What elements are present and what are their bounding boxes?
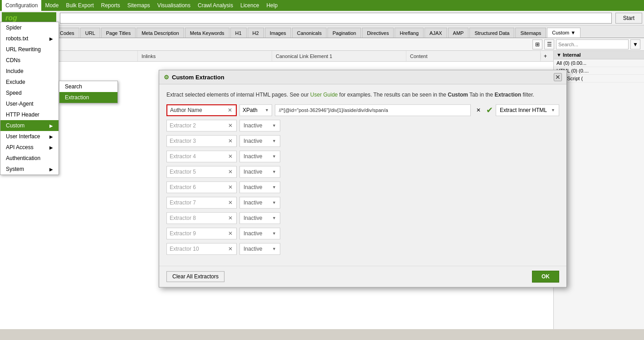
start-button[interactable]: Start xyxy=(615,13,642,24)
extractor-1-name-input[interactable]: Author Name ✕ xyxy=(166,104,237,116)
list-view-button[interactable]: ☰ xyxy=(544,39,554,49)
tab-meta-keywords[interactable]: Meta Keywords xyxy=(185,28,229,38)
menu-item-user-interface[interactable]: User Interface ▶ xyxy=(0,131,59,142)
menu-item-speed[interactable]: Speed xyxy=(0,87,59,98)
menu-item-spider[interactable]: Spider xyxy=(0,22,59,33)
tab-ajax[interactable]: AJAX xyxy=(424,28,447,38)
tab-images[interactable]: Images xyxy=(265,28,291,38)
right-panel-item-js[interactable]: JavaScript ( xyxy=(554,75,644,83)
menu-item-url-rewriting[interactable]: URL Rewriting xyxy=(0,44,59,55)
tab-hreflang[interactable]: Hreflang xyxy=(395,28,424,38)
filter-search-input[interactable] xyxy=(556,39,629,49)
user-guide-link[interactable]: User Guide xyxy=(310,92,338,98)
menu-configuration[interactable]: Configuration xyxy=(2,0,41,11)
extractor-4-name-text: Extractor 4 xyxy=(170,153,227,160)
menu-bulk-export[interactable]: Bulk Export xyxy=(62,0,97,11)
right-panel-item-html[interactable]: HTML (0) (0.... xyxy=(554,67,644,75)
extractor-7-name-input[interactable]: Extractor 7 ✕ xyxy=(166,197,237,209)
extractor-7-status-select[interactable]: Inactive ▼ xyxy=(239,197,280,209)
tab-custom[interactable]: Custom ▼ xyxy=(547,28,581,38)
extractor-1-clear-xpath-button[interactable]: ✕ xyxy=(473,107,483,113)
tab-structured-data[interactable]: Structured Data xyxy=(469,28,514,38)
extractor-row-1: Author Name ✕ XPath ▼ ✕ ✔ Extract Inner … xyxy=(166,104,559,116)
extractor-8-name-input[interactable]: Extractor 8 ✕ xyxy=(166,212,237,224)
menu-item-include[interactable]: Include xyxy=(0,66,59,77)
modal-close-button[interactable]: ✕ xyxy=(554,73,562,81)
extractor-1-xpath-input[interactable] xyxy=(275,104,471,116)
tab-h1[interactable]: H1 xyxy=(230,28,247,38)
menu-sitemaps[interactable]: Sitemaps xyxy=(124,0,154,11)
menu-item-api-access[interactable]: API Access ▶ xyxy=(0,142,59,153)
extractor-10-status-select[interactable]: Inactive ▼ xyxy=(239,243,280,255)
extractor-5-name-input[interactable]: Extractor 5 ✕ xyxy=(166,166,237,178)
extractor-3-clear-button[interactable]: ✕ xyxy=(227,138,234,144)
secondary-toolbar: Export ⊞ ☰ ▼ xyxy=(0,38,644,51)
tab-pagination[interactable]: Pagination xyxy=(327,28,361,38)
grid-view-button[interactable]: ⊞ xyxy=(532,39,542,49)
clear-all-button[interactable]: Clear All Extractors xyxy=(166,271,224,282)
extractor-2-clear-button[interactable]: ✕ xyxy=(227,122,234,129)
extractor-2-name-input[interactable]: Extractor 2 ✕ xyxy=(166,120,237,131)
tab-sitemaps[interactable]: Sitemaps xyxy=(515,28,546,38)
extractor-4-name-input[interactable]: Extractor 4 ✕ xyxy=(166,151,237,162)
menu-item-exclude[interactable]: Exclude xyxy=(0,77,59,87)
menu-crawl-analysis[interactable]: Crawl Analysis xyxy=(194,0,237,11)
menu-mode[interactable]: Mode xyxy=(41,0,62,11)
extractor-2-status-select[interactable]: Inactive ▼ xyxy=(239,120,280,131)
extractor-1-clear-button[interactable]: ✕ xyxy=(227,107,233,113)
extractor-1-extract-type-select[interactable]: Extract Inner HTML ▼ xyxy=(496,104,559,116)
url-input[interactable] xyxy=(60,13,612,24)
col-canonical: Canonical Link Element 1 xyxy=(272,51,406,61)
extractor-4-clear-button[interactable]: ✕ xyxy=(227,153,234,160)
extractor-1-type-select[interactable]: XPath ▼ xyxy=(239,104,272,116)
tab-canonicals[interactable]: Canonicals xyxy=(292,28,327,38)
extractor-4-status-select[interactable]: Inactive ▼ xyxy=(239,151,280,162)
extractor-7-name-text: Extractor 7 xyxy=(170,199,227,206)
extractor-8-status-select[interactable]: Inactive ▼ xyxy=(239,212,280,224)
menu-item-custom[interactable]: Custom ▶ xyxy=(0,120,59,131)
extractor-5-status-select[interactable]: Inactive ▼ xyxy=(239,166,280,178)
filter-dropdown-button[interactable]: ▼ xyxy=(630,39,640,49)
extractor-9-clear-button[interactable]: ✕ xyxy=(227,230,234,237)
tab-directives[interactable]: Directives xyxy=(362,28,394,38)
extractor-9-status-select[interactable]: Inactive ▼ xyxy=(239,228,280,239)
menu-reports[interactable]: Reports xyxy=(98,0,124,11)
right-panel-item-all[interactable]: All (0) (0.00... xyxy=(554,59,644,67)
extractor-9-name-input[interactable]: Extractor 9 ✕ xyxy=(166,228,237,239)
menu-visualisations[interactable]: Visualisations xyxy=(154,0,194,11)
extractor-6-clear-button[interactable]: ✕ xyxy=(227,184,234,190)
extractor-7-clear-button[interactable]: ✕ xyxy=(227,199,234,206)
tab-amp[interactable]: AMP xyxy=(448,28,469,38)
tab-url[interactable]: URL xyxy=(80,28,100,38)
logo-text: rog xyxy=(5,14,17,22)
extractor-10-name-input[interactable]: Extractor 10 ✕ xyxy=(166,243,237,255)
menu-item-system[interactable]: System ▶ xyxy=(0,164,59,175)
tab-meta-description[interactable]: Meta Description xyxy=(137,28,184,38)
extractor-3-name-input[interactable]: Extractor 3 ✕ xyxy=(166,135,237,147)
menu-item-cdns[interactable]: CDNs xyxy=(0,55,59,66)
custom-submenu: Search Extraction xyxy=(59,81,118,103)
menu-item-robots[interactable]: robots.txt ▶ xyxy=(0,33,59,44)
modal-footer: Clear All Extractors OK xyxy=(159,266,566,287)
extractor-3-status-select[interactable]: Inactive ▼ xyxy=(239,135,280,147)
custom-search-item[interactable]: Search xyxy=(59,81,117,92)
add-column-button[interactable]: + xyxy=(541,53,550,59)
extractor-8-clear-button[interactable]: ✕ xyxy=(227,215,234,221)
menu-item-http-header[interactable]: HTTP Header xyxy=(0,109,59,120)
extractor-5-clear-button[interactable]: ✕ xyxy=(227,169,234,175)
tab-h2[interactable]: H2 xyxy=(248,28,264,38)
type-select-caret: ▼ xyxy=(265,108,269,112)
ok-button[interactable]: OK xyxy=(532,271,559,282)
extractor-5-name-text: Extractor 5 xyxy=(170,169,227,175)
extractor-6-status-select[interactable]: Inactive ▼ xyxy=(239,181,280,193)
menu-licence[interactable]: Licence xyxy=(237,0,263,11)
custom-extraction-item[interactable]: Extraction xyxy=(59,92,117,103)
menu-item-user-agent[interactable]: User-Agent xyxy=(0,98,59,109)
tab-page-titles[interactable]: Page Titles xyxy=(101,28,136,38)
config-dropdown-menu: Spider robots.txt ▶ URL Rewriting CDNs I… xyxy=(0,22,59,175)
menu-item-authentication[interactable]: Authentication xyxy=(0,153,59,164)
extractor-10-clear-button[interactable]: ✕ xyxy=(227,246,234,252)
extractor-6-name-input[interactable]: Extractor 6 ✕ xyxy=(166,181,237,193)
menu-help[interactable]: Help xyxy=(263,0,281,11)
extractor-row-10: Extractor 10 ✕ Inactive ▼ xyxy=(166,243,559,255)
